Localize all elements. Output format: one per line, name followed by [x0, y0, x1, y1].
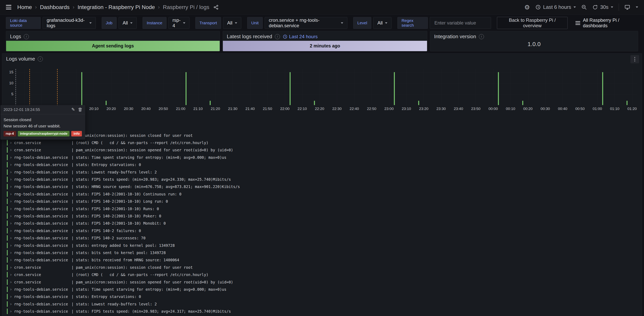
log-row[interactable]: ›rng-tools-debian.service| stats: Time s… [2, 286, 642, 293]
chevron-down-icon [130, 22, 132, 24]
log-row[interactable]: ›cron.service| (root) CMD ( cd / && run-… [2, 139, 642, 146]
cycle-view-mode-icon[interactable] [624, 4, 630, 10]
filter-label: Loki data source [6, 17, 41, 29]
log-level-indicator [7, 250, 8, 255]
filter-value-dropdown[interactable]: All [373, 17, 392, 29]
panel-menu-icon[interactable] [630, 55, 639, 63]
expand-chevron-icon[interactable]: › [10, 250, 12, 255]
menu-toggle-icon[interactable] [6, 5, 12, 9]
expand-chevron-icon[interactable]: › [10, 155, 12, 160]
log-row[interactable]: ›cron.service| pam_unix(cron:session): s… [2, 132, 642, 139]
log-level-indicator [7, 301, 8, 307]
info-icon: i [24, 34, 29, 39]
log-row[interactable]: ›rng-tools-debian.service| stats: Lowest… [2, 300, 642, 308]
breadcrumb-item[interactable]: Integration - Raspberry Pi Node [78, 4, 155, 10]
breadcrumb-item[interactable]: Dashboards [40, 4, 70, 10]
log-row[interactable]: ›rng-tools-debian.service| stats: entrop… [2, 242, 642, 249]
share-icon[interactable] [213, 4, 219, 10]
log-row[interactable]: ›rng-tools-debian.service| stats: FIPS 1… [2, 205, 642, 212]
all-dashboards-link[interactable]: All Raspberry Pi / dashboards [576, 17, 638, 28]
log-level-indicator [7, 213, 8, 219]
refresh-picker[interactable]: 30s [592, 4, 613, 10]
filter-label: Unit [247, 17, 263, 29]
log-row[interactable]: ›rng-tools-debian.service| stats: FIPS t… [2, 308, 642, 315]
expand-chevron-icon[interactable]: › [10, 294, 12, 299]
expand-chevron-icon[interactable]: › [10, 192, 12, 196]
filter-value-text: grafanacloud-k3d-logs [47, 17, 87, 28]
log-message: | stats: bits received from HRNG source:… [72, 258, 179, 262]
log-row[interactable]: ›rng-tools-debian.service| stats: bits r… [2, 256, 642, 264]
time-range-picker[interactable]: Last 6 hours [536, 4, 576, 10]
log-row[interactable]: ›cron.service| pam_unix(cron:session): s… [2, 147, 642, 154]
expand-chevron-icon[interactable]: › [10, 272, 12, 277]
log-row[interactable]: ›rng-tools-debian.service| stats: HRNG s… [2, 183, 642, 190]
log-lines-list: ›cron.service| pam_unix(cron:session): s… [2, 132, 642, 315]
log-message: | stats: FIPS 140-2(2001-10-10) Continuo… [72, 192, 182, 196]
log-row[interactable]: ›rng-tools-debian.service| stats: FIPS 1… [2, 234, 642, 242]
log-row[interactable]: ›rng-tools-debian.service| stats: Entrop… [2, 293, 642, 300]
expand-chevron-icon[interactable]: › [10, 265, 12, 270]
log-level-indicator [7, 309, 8, 314]
breadcrumb-item[interactable]: Home [17, 4, 32, 10]
log-level-indicator [7, 279, 8, 285]
expand-chevron-icon[interactable]: › [10, 236, 12, 240]
last-24-hours-link[interactable]: Last 24 hours [283, 34, 318, 39]
annotation-text: Session closed [4, 117, 82, 123]
filter-value-dropdown[interactable]: cron.service + rng-tools-debian.service [265, 17, 347, 29]
expand-chevron-icon[interactable]: › [10, 280, 12, 285]
breadcrumb: Home›Dashboards›Integration - Raspberry … [17, 4, 209, 10]
variable-value-input[interactable] [434, 20, 487, 26]
log-service-name: rng-tools-debian.service [14, 309, 72, 314]
expand-chevron-icon[interactable]: › [10, 309, 12, 314]
filter-label: Job [102, 17, 117, 29]
expand-chevron-icon[interactable]: › [10, 302, 12, 307]
dashboard-settings-icon[interactable]: ⚙ [524, 4, 530, 10]
log-row[interactable]: ›rng-tools-debian.service| stats: FIPS 1… [2, 220, 642, 227]
filter-label: Instance [142, 17, 166, 29]
log-row[interactable]: ›rng-tools-debian.service| stats: Lowest… [2, 168, 642, 176]
log-row[interactable]: ›rng-tools-debian.service| stats: FIPS 1… [2, 190, 642, 198]
zoom-out-icon[interactable] [581, 4, 587, 10]
log-row[interactable]: ›rng-tools-debian.service| stats: FIPS t… [2, 176, 642, 183]
log-row[interactable]: ›cron.service| pam_unix(cron:session): s… [2, 264, 642, 271]
expand-chevron-icon[interactable]: › [10, 258, 12, 262]
expand-chevron-icon[interactable]: › [10, 243, 12, 248]
expand-chevron-icon[interactable]: › [10, 140, 12, 145]
expand-chevron-icon[interactable]: › [10, 221, 12, 226]
expand-chevron-icon[interactable]: › [10, 228, 12, 233]
expand-chevron-icon[interactable]: › [10, 206, 12, 211]
back-to-overview-button[interactable]: Back to Raspberry Pi / overview [497, 17, 568, 29]
expand-chevron-icon[interactable]: › [10, 214, 12, 218]
delete-annotation-icon[interactable] [78, 107, 82, 112]
filter-value-dropdown[interactable]: rsp-4 [168, 17, 190, 29]
log-row[interactable]: ›rng-tools-debian.service| stats: Time s… [2, 154, 642, 161]
log-row[interactable]: ›cron.service| (root) CMD ( cd / && run-… [2, 271, 642, 278]
filter-level: LevelAll [353, 17, 392, 29]
log-level-indicator [7, 155, 8, 160]
log-row[interactable]: ›rng-tools-debian.service| stats: FIPS 1… [2, 212, 642, 220]
log-row[interactable]: ›cron.service| pam_unix(cron:session): s… [2, 278, 642, 286]
chevron-down-icon[interactable] [636, 6, 638, 8]
log-level-indicator [7, 191, 8, 197]
log-row[interactable]: ›rng-tools-debian.service| stats: Entrop… [2, 161, 642, 168]
expand-chevron-icon[interactable]: › [10, 199, 12, 204]
filter-value-dropdown[interactable]: All [118, 17, 137, 29]
log-level-indicator [7, 169, 8, 175]
filter-value-dropdown[interactable]: grafanacloud-k3d-logs [42, 17, 96, 29]
expand-chevron-icon[interactable]: › [10, 148, 12, 152]
log-row[interactable]: ›rng-tools-debian.service| stats: FIPS 1… [2, 198, 642, 205]
expand-chevron-icon[interactable]: › [10, 184, 12, 189]
log-row[interactable]: ›rng-tools-debian.service| stats: FIPS 1… [2, 227, 642, 234]
expand-chevron-icon[interactable]: › [10, 287, 12, 292]
refresh-icon [592, 4, 598, 10]
expand-chevron-icon[interactable]: › [10, 177, 12, 182]
clock-icon [283, 34, 288, 39]
log-message: | stats: Entropy starvations: 0 [72, 295, 141, 299]
panel-latest-logs: Latest logs received i Last 24 hours 2 m… [223, 31, 427, 51]
filter-value-dropdown[interactable]: All [223, 17, 241, 29]
expand-chevron-icon[interactable]: › [10, 162, 12, 167]
filter-instance: Instancersp-4 [142, 17, 190, 29]
edit-annotation-icon[interactable]: ✎ [72, 107, 75, 112]
expand-chevron-icon[interactable]: › [10, 170, 12, 174]
log-row[interactable]: ›rng-tools-debian.service| stats: bits s… [2, 249, 642, 256]
